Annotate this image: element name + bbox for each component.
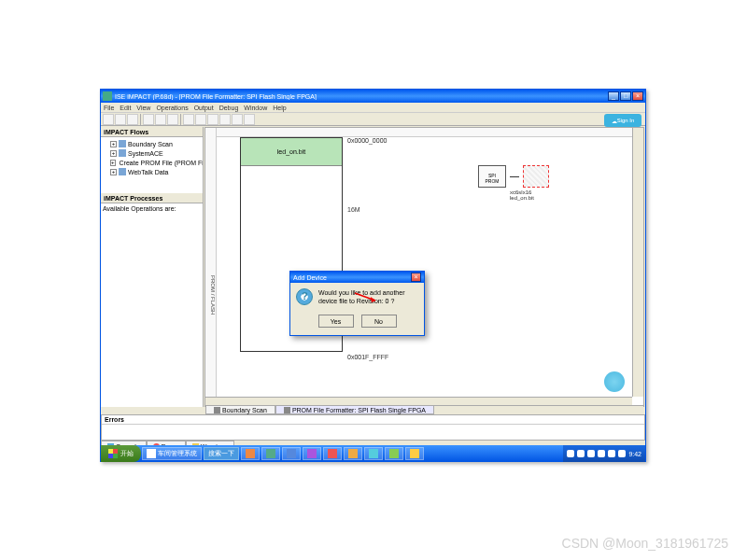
tb-opt3[interactable] (244, 114, 255, 125)
app-icon (328, 449, 337, 458)
tb-save[interactable] (127, 114, 138, 125)
tab-boundary-scan[interactable]: Boundary Scan (205, 406, 275, 414)
fpga-chip[interactable] (523, 165, 549, 188)
device-chain: SPIPROM (478, 165, 549, 188)
main-canvas-area: PROM / FLASH 0x0000_0000 16M led_on.bit … (204, 127, 644, 407)
tb-paste[interactable] (167, 114, 178, 125)
task-q4[interactable] (303, 447, 321, 460)
menu-operations[interactable]: Operations (156, 105, 188, 111)
tree-create-prom[interactable]: +Create PROM File (PROM File Formatter) (103, 158, 201, 167)
minimize-button[interactable]: _ (608, 91, 619, 101)
watermark: CSDN @Moon_3181961725 (562, 536, 728, 551)
tb-cut[interactable] (143, 114, 154, 125)
flow-icon (119, 168, 126, 175)
tb-help[interactable] (183, 114, 194, 125)
chip-labels: xc6slx16 led_on.bit (510, 189, 534, 201)
addr-top: 0x0000_0000 (347, 137, 387, 144)
question-icon (296, 288, 313, 305)
task-q5[interactable] (323, 447, 342, 460)
task-q9[interactable] (405, 447, 424, 460)
ruler-top (217, 128, 643, 137)
tb-opt2[interactable] (232, 114, 243, 125)
tray-icon[interactable] (608, 450, 615, 457)
task-q8[interactable] (385, 447, 403, 460)
app-icon (246, 449, 255, 458)
menu-file[interactable]: File (104, 105, 114, 111)
menubar: File Edit View Operations Output Debug W… (101, 103, 645, 113)
task-q7[interactable] (364, 447, 383, 460)
start-button[interactable]: 开始 (101, 445, 141, 462)
dialog-message: Would you like to add another device fil… (318, 288, 418, 305)
bitfile-block[interactable]: led_on.bit (241, 138, 342, 166)
errors-title: Errors (102, 415, 644, 425)
dialog-close-button[interactable]: × (411, 273, 421, 282)
canvas[interactable]: 0x0000_0000 16M led_on.bit 0x001F_FFFF S… (217, 137, 643, 406)
tab-icon (214, 407, 220, 413)
tray-icon[interactable] (618, 450, 626, 457)
task-item-2[interactable]: 搜索一下 (204, 447, 239, 460)
flows-panel-title: iMPACT Flows (101, 127, 203, 137)
processes-panel-title: iMPACT Processes (101, 193, 203, 203)
menu-debug[interactable]: Debug (219, 105, 239, 111)
proc-text: Available Operations are: (103, 205, 176, 212)
errors-pane: Errors (101, 414, 645, 441)
window-title: ISE iMPACT (P.68d) - [PROM File Formatte… (115, 93, 608, 100)
menu-window[interactable]: Window (244, 105, 267, 111)
task-q1[interactable] (241, 447, 260, 460)
clock[interactable]: 9:42 (628, 451, 641, 457)
marker-16m: 16M (347, 206, 360, 213)
tree-systemace[interactable]: +SystemACE (103, 148, 201, 158)
add-device-dialog: Add Device × Would you like to add anoth… (289, 271, 425, 336)
menu-output[interactable]: Output (194, 105, 214, 111)
wire-icon (510, 176, 519, 177)
flow-icon (119, 149, 126, 157)
tb-open[interactable] (115, 114, 126, 125)
task-q3[interactable] (282, 447, 301, 460)
task-item-1[interactable]: 车间管理系统 (142, 447, 202, 460)
task-q2[interactable] (261, 447, 280, 460)
tb-new[interactable] (103, 114, 114, 125)
app-icon (369, 449, 378, 458)
addr-bottom: 0x001F_FFFF (347, 354, 388, 360)
tab-icon (284, 407, 290, 413)
toolbar (101, 113, 645, 126)
dialog-titlebar[interactable]: Add Device × (290, 272, 424, 283)
flows-panel: +Boundary Scan +SystemACE +Create PROM F… (101, 137, 203, 193)
tray-icon[interactable] (577, 450, 585, 457)
tb-copy[interactable] (155, 114, 166, 125)
app-icon (410, 449, 419, 458)
tb-stop[interactable] (207, 114, 218, 125)
tray-icon[interactable] (587, 450, 595, 457)
scrollbar-vertical[interactable] (632, 128, 643, 397)
app-icon (348, 449, 358, 458)
app-icon (287, 449, 296, 458)
signin-badge[interactable]: ☁ Sign In (604, 114, 641, 127)
titlebar[interactable]: ISE iMPACT (P.68d) - [PROM File Formatte… (101, 90, 645, 103)
fab-button[interactable] (604, 371, 625, 392)
close-button[interactable]: × (632, 91, 643, 101)
yes-button[interactable]: Yes (318, 315, 354, 328)
app-icon (389, 449, 399, 458)
no-button[interactable]: No (361, 315, 397, 328)
taskbar: 开始 车间管理系统 搜索一下 9:42 (101, 445, 645, 462)
menu-view[interactable]: View (136, 105, 150, 111)
dialog-title: Add Device (293, 274, 411, 281)
task-q6[interactable] (344, 447, 362, 460)
app-icon (307, 449, 317, 458)
tree-boundary-scan[interactable]: +Boundary Scan (103, 139, 201, 148)
maximize-button[interactable]: □ (620, 91, 631, 101)
tb-run[interactable] (195, 114, 206, 125)
tray-icon[interactable] (598, 450, 605, 457)
tb-opt1[interactable] (219, 114, 231, 125)
flow-icon (119, 140, 126, 147)
tray-icon[interactable] (567, 450, 574, 457)
tree-webtalk[interactable]: +WebTalk Data (103, 167, 201, 176)
editor-tabs: Boundary Scan PROM File Formatter: SPI F… (205, 405, 643, 414)
tab-prom-formatter[interactable]: PROM File Formatter: SPI Flash Single FP… (275, 406, 434, 414)
menu-help[interactable]: Help (273, 105, 286, 111)
system-tray[interactable]: 9:42 (563, 445, 645, 462)
menu-edit[interactable]: Edit (120, 105, 131, 111)
app-icon (266, 449, 275, 458)
spi-prom-device[interactable]: SPIPROM (478, 165, 506, 188)
app-icon (147, 449, 156, 458)
